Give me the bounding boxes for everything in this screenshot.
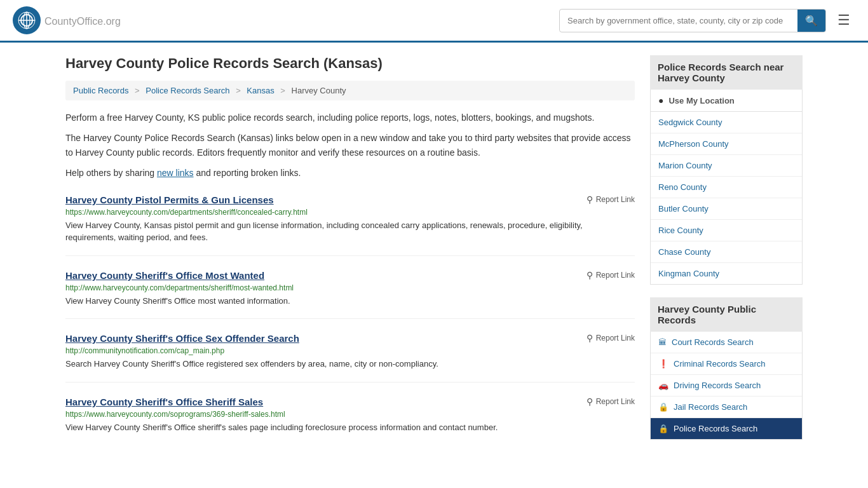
report-link-label: Report Link [596,271,635,280]
record-icon: 🚗 [658,381,668,390]
result-title[interactable]: Harvey County Sheriff's Office Sex Offen… [65,333,299,344]
result-desc: Search Harvey County Sheriff's Office re… [65,358,635,370]
result-desc: View Harvey County Sheriff's Office sher… [65,421,635,434]
intro-text-2: The Harvey County Police Records Search … [65,131,635,159]
search-input[interactable] [560,11,797,30]
main-container: Harvey County Police Records Search (Kan… [53,43,815,465]
county-link[interactable]: McPherson County [651,133,802,154]
breadcrumb-police-records-search[interactable]: Police Records Search [146,86,229,95]
nearby-counties-list: Sedgwick CountyMcPherson CountyMarion Co… [650,112,803,285]
result-url[interactable]: https://www.harveycounty.com/departments… [65,208,635,217]
use-location-link[interactable]: ● Use My Location [651,90,802,111]
sidebar: Police Records Search near Harvey County… [650,55,803,452]
list-item: 🔒 Police Records Search [651,418,802,439]
result-header: Harvey County Sheriff's Office Most Want… [65,270,635,281]
public-record-link[interactable]: ❗ Criminal Records Search [651,353,802,374]
report-link-label: Report Link [596,397,635,406]
list-item: McPherson County [651,133,802,155]
list-item: Kingman County [651,263,802,284]
use-location-item: ● Use My Location [651,90,802,111]
header-right: 🔍 ☰ [559,9,855,32]
report-link-button[interactable]: ⚲ Report Link [587,194,635,205]
result-url[interactable]: http://www.harveycounty.com/departments/… [65,283,635,292]
list-item: 🔒 Jail Records Search [651,396,802,418]
result-item: Harvey County Sheriff's Office Sex Offen… [65,333,635,383]
report-link-button[interactable]: ⚲ Report Link [587,396,635,407]
county-link[interactable]: Kingman County [651,263,802,284]
intro-text-1: Perform a free Harvey County, KS public … [65,111,635,125]
report-link-label: Report Link [596,334,635,342]
result-header: Harvey County Sheriff's Office Sex Offen… [65,333,635,344]
county-link[interactable]: Rice County [651,220,802,241]
sidebar-nearby-title: Police Records Search near Harvey County [650,55,803,90]
result-item: Harvey County Sheriff's Office Sheriff S… [65,396,635,445]
search-button[interactable]: 🔍 [797,10,825,32]
record-label: Jail Records Search [674,402,747,412]
list-item: 🚗 Driving Records Search [651,375,802,396]
record-label: Court Records Search [672,337,754,347]
result-item: Harvey County Pistol Permits & Gun Licen… [65,194,635,256]
intro-text-3: Help others by sharing new links and rep… [65,166,635,180]
list-item: Sedgwick County [651,112,802,133]
logo-area: CountyOffice.org [13,6,121,34]
report-link-button[interactable]: ⚲ Report Link [587,333,635,343]
record-icon: 🏛 [658,337,667,347]
public-record-link[interactable]: 🔒 Jail Records Search [651,396,802,417]
logo-text: CountyOffice.org [44,13,121,28]
public-record-link[interactable]: 🔒 Police Records Search [651,418,802,439]
county-link[interactable]: Reno County [651,177,802,198]
site-header: CountyOffice.org 🔍 ☰ [0,0,868,43]
result-header: Harvey County Pistol Permits & Gun Licen… [65,194,635,205]
breadcrumb: Public Records > Police Records Search >… [65,81,635,100]
report-icon: ⚲ [587,270,593,280]
report-link-button[interactable]: ⚲ Report Link [587,270,635,280]
list-item: Butler County [651,198,802,220]
sidebar-public-records-title: Harvey County Public Records [650,297,803,332]
list-item: Rice County [651,220,802,241]
content-area: Harvey County Police Records Search (Kan… [65,55,635,452]
result-url[interactable]: https://www.harveycounty.com/soprograms/… [65,410,635,419]
result-desc: View Harvey County, Kansas pistol permit… [65,219,635,244]
result-url[interactable]: http://communitynotification.com/cap_mai… [65,346,635,355]
record-icon: 🔒 [658,424,668,433]
report-icon: ⚲ [587,194,593,205]
record-icon: ❗ [658,359,668,369]
results-container: Harvey County Pistol Permits & Gun Licen… [65,194,635,445]
breadcrumb-kansas[interactable]: Kansas [247,86,274,95]
breadcrumb-public-records[interactable]: Public Records [73,86,128,95]
report-icon: ⚲ [587,333,593,343]
list-item: 🏛 Court Records Search [651,332,802,353]
public-record-link[interactable]: 🏛 Court Records Search [651,332,802,353]
result-title[interactable]: Harvey County Sheriff's Office Most Want… [65,270,264,281]
county-link[interactable]: Chase County [651,241,802,262]
menu-button[interactable]: ☰ [832,10,855,31]
list-item: Marion County [651,155,802,177]
report-icon: ⚲ [587,396,593,407]
result-item: Harvey County Sheriff's Office Most Want… [65,270,635,320]
record-label: Driving Records Search [674,381,761,390]
list-item: Chase County [651,241,802,263]
result-header: Harvey County Sheriff's Office Sheriff S… [65,396,635,407]
new-links-link[interactable]: new links [157,168,194,178]
record-icon: 🔒 [658,402,668,412]
result-title[interactable]: Harvey County Pistol Permits & Gun Licen… [65,194,274,205]
public-records-list: 🏛 Court Records Search ❗ Criminal Record… [650,332,803,440]
logo-icon [13,6,41,34]
page-title: Harvey County Police Records Search (Kan… [65,55,635,72]
public-record-link[interactable]: 🚗 Driving Records Search [651,375,802,396]
record-label: Police Records Search [674,424,757,433]
location-icon: ● [658,95,663,105]
county-link[interactable]: Sedgwick County [651,112,802,133]
county-link[interactable]: Butler County [651,198,802,219]
search-bar-container: 🔍 [559,9,826,32]
list-item: Reno County [651,177,802,198]
result-desc: View Harvey County Sheriff's Office most… [65,295,635,308]
report-link-label: Report Link [596,195,635,204]
sidebar-public-records-section: Harvey County Public Records 🏛 Court Rec… [650,297,803,440]
list-item: ❗ Criminal Records Search [651,353,802,375]
sidebar-nearby-list: ● Use My Location [650,90,803,112]
result-title[interactable]: Harvey County Sheriff's Office Sheriff S… [65,396,263,407]
sidebar-nearby-section: Police Records Search near Harvey County… [650,55,803,285]
record-label: Criminal Records Search [674,359,766,369]
county-link[interactable]: Marion County [651,155,802,176]
